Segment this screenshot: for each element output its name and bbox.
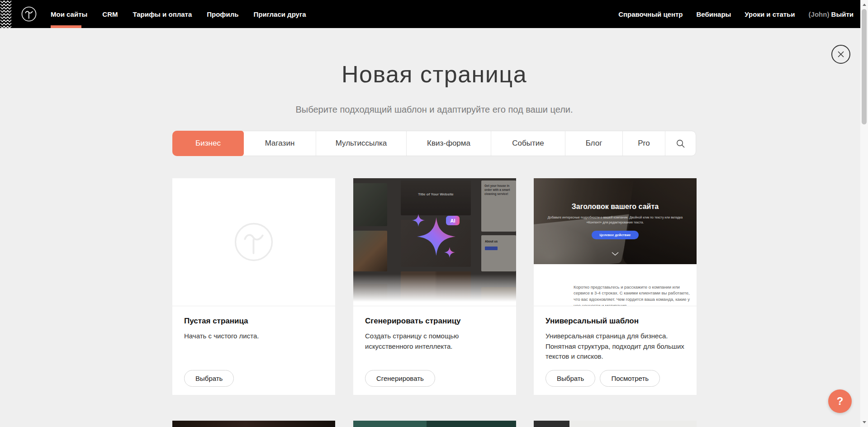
tab-shop[interactable]: Магазин: [244, 131, 316, 156]
card-body: Пустая страница Начать с чистого листа. …: [172, 306, 335, 395]
card-body: Универсальный шаблон Универсальная стран…: [534, 306, 697, 395]
user-name: (John): [809, 10, 830, 18]
nav-my-sites[interactable]: Мои сайты: [51, 10, 87, 18]
scrollbar-thumb[interactable]: [862, 9, 867, 124]
nav-help-center[interactable]: Справочный центр: [618, 10, 683, 18]
navbar-left-menu: Мои сайты CRM Тарифы и оплата Профиль Пр…: [51, 0, 306, 28]
template-card-ai-generate: Title of Your Website Get your house in …: [353, 178, 516, 395]
nav-invite-friend[interactable]: Пригласи друга: [253, 10, 306, 18]
navbar-right-menu: Справочный центр Вебинары Уроки и статьи…: [618, 0, 854, 28]
scrollbar-up-arrow[interactable]: [860, 1, 868, 9]
zigzag-decoration-icon: [0, 0, 12, 28]
card-description: Универсальная страница для бизнеса. Поня…: [545, 331, 685, 362]
chevron-down-icon: [612, 252, 619, 256]
ai-template-preview[interactable]: Title of Your Website Get your house in …: [353, 178, 516, 306]
blank-template-preview[interactable]: [172, 178, 335, 306]
close-icon: [837, 50, 845, 58]
new-page-template-picker: Мои сайты CRM Тарифы и оплата Профиль Пр…: [0, 0, 868, 427]
hero-content: Заголовок вашего сайта Добавьте интересн…: [534, 178, 697, 239]
page-title: Новая страница: [172, 61, 697, 88]
ai-sparkle-small-icon: [444, 247, 455, 258]
card-title: Универсальный шаблон: [545, 317, 685, 326]
tab-pro[interactable]: Pro: [622, 131, 665, 156]
ai-sparkle-small-icon: [412, 214, 425, 227]
card-description: Создать страницу с помощью искусственног…: [365, 331, 478, 351]
hero-subtitle: Добавьте интересные подробности о вашей …: [547, 215, 683, 225]
scrollbar-down-arrow[interactable]: [860, 418, 868, 426]
nav-lessons[interactable]: Уроки и статьи: [745, 10, 795, 18]
logout-label: Выйти: [831, 10, 854, 18]
help-chat-button[interactable]: ?: [828, 389, 852, 413]
nav-logout[interactable]: (John) Выйти: [809, 10, 854, 18]
preview-bottom-fade: [353, 274, 516, 306]
hero-cta-button: Целевое действие: [592, 231, 639, 239]
page-subtitle: Выберите подходящий шаблон и адаптируйте…: [172, 104, 697, 115]
card-buttons: Выбрать Посмотреть: [545, 370, 660, 387]
nav-crm[interactable]: CRM: [102, 10, 118, 18]
next-row-card-partial[interactable]: [172, 421, 335, 427]
template-card-blank: Пустая страница Начать с чистого листа. …: [172, 178, 335, 395]
preview-universal-button[interactable]: Посмотреть: [600, 370, 660, 387]
tilda-watermark-icon: [232, 221, 275, 263]
vertical-scrollbar[interactable]: [860, 0, 868, 427]
tab-multilink[interactable]: Мультиссылка: [316, 131, 406, 156]
tab-business[interactable]: Бизнес: [172, 131, 244, 156]
template-card-universal: Заголовок вашего сайта Добавьте интересн…: [534, 178, 697, 395]
tab-blog[interactable]: Блог: [565, 131, 622, 156]
card-buttons: Выбрать: [184, 370, 234, 387]
search-icon: [676, 139, 685, 148]
template-category-tabs: Бизнес Магазин Мультиссылка Квиз-форма С…: [172, 131, 696, 156]
select-blank-button[interactable]: Выбрать: [184, 370, 234, 387]
next-row-card-partial[interactable]: [353, 421, 516, 427]
card-title: Сгенерировать страницу: [365, 317, 504, 326]
tab-quiz-form[interactable]: Квиз-форма: [406, 131, 491, 156]
card-buttons: Сгенерировать: [365, 370, 435, 387]
card-body: Сгенерировать страницу Создать страницу …: [353, 306, 516, 395]
universal-template-preview[interactable]: Заголовок вашего сайта Добавьте интересн…: [534, 178, 697, 306]
generate-button[interactable]: Сгенерировать: [365, 370, 435, 387]
nav-profile[interactable]: Профиль: [207, 10, 238, 18]
tilda-logo[interactable]: [21, 6, 37, 22]
card-title: Пустая страница: [184, 317, 323, 326]
select-universal-button[interactable]: Выбрать: [545, 370, 595, 387]
ai-badge: AI: [446, 216, 460, 225]
nav-tariffs[interactable]: Тарифы и оплата: [133, 10, 192, 18]
top-navbar: Мои сайты CRM Тарифы и оплата Профиль Пр…: [0, 0, 868, 28]
close-button[interactable]: [831, 45, 850, 64]
hero-title: Заголовок вашего сайта: [534, 203, 697, 211]
active-nav-underline: [51, 25, 81, 28]
tab-search[interactable]: [665, 131, 696, 156]
next-row-card-partial[interactable]: [534, 421, 697, 427]
nav-webinars[interactable]: Вебинары: [697, 10, 731, 18]
card-description: Начать с чистого листа.: [184, 331, 323, 342]
preview-about-text: Коротко представьтесь и расскажите о ком…: [574, 284, 692, 306]
preview-hero-section: Заголовок вашего сайта Добавьте интересн…: [534, 178, 697, 264]
tab-event[interactable]: Событие: [491, 131, 565, 156]
